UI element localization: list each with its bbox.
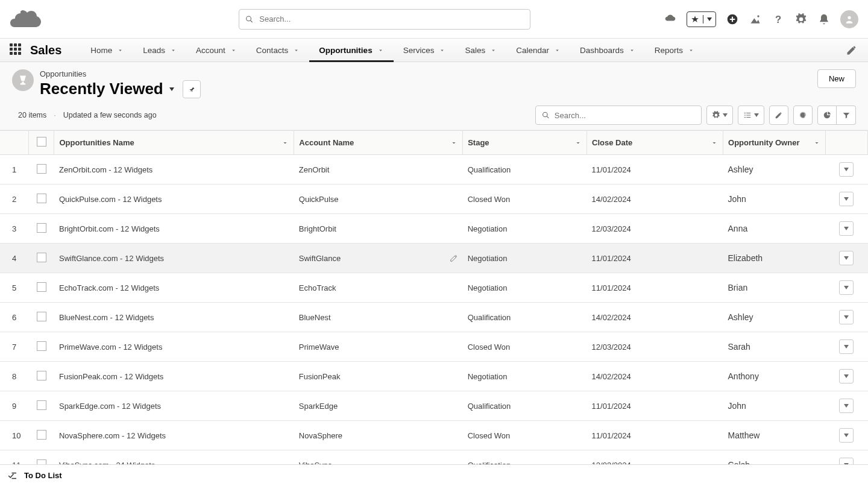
select-all-checkbox[interactable]	[37, 137, 46, 147]
cell-account-name[interactable]: SparkEdge	[294, 391, 463, 421]
pin-list-button[interactable]	[183, 80, 201, 98]
display-as-button[interactable]	[738, 106, 764, 125]
row-checkbox-cell[interactable]	[29, 303, 54, 332]
cell-row-actions[interactable]	[825, 303, 867, 332]
cell-account-name[interactable]: NovaSphere	[294, 421, 463, 450]
salesforce-logo[interactable]	[10, 7, 46, 31]
cell-account-name[interactable]: QuickPulse	[294, 185, 463, 214]
cell-owner[interactable]: Elizabeth	[723, 244, 826, 273]
list-view-switcher[interactable]: Recently Viewed	[40, 80, 174, 98]
cell-row-actions[interactable]	[825, 185, 867, 214]
nav-item-home[interactable]: Home	[81, 39, 133, 62]
row-actions-button[interactable]	[839, 399, 854, 413]
row-checkbox[interactable]	[37, 194, 46, 203]
edit-nav-icon[interactable]	[845, 43, 858, 57]
cell-row-actions[interactable]	[825, 155, 867, 185]
cell-opportunity-name[interactable]: EchoTrack.com - 12 Widgets	[54, 273, 294, 303]
row-checkbox[interactable]	[37, 253, 46, 262]
cell-account-name[interactable]: EchoTrack	[294, 273, 463, 303]
gear-icon[interactable]	[794, 13, 808, 26]
nav-item-calendar[interactable]: Calendar	[506, 39, 570, 62]
table-row[interactable]: 8FusionPeak.com - 12 WidgetsFusionPeakNe…	[0, 362, 868, 391]
chart-button[interactable]	[817, 106, 837, 125]
row-checkbox-cell[interactable]	[29, 362, 54, 391]
cell-row-actions[interactable]	[825, 421, 867, 450]
cell-account-name[interactable]: SwiftGlance	[294, 244, 463, 273]
cell-account-name[interactable]: BlueNest	[294, 303, 463, 332]
row-checkbox[interactable]	[37, 223, 46, 233]
row-actions-button[interactable]	[839, 221, 854, 236]
row-actions-button[interactable]	[839, 428, 854, 443]
star-icon[interactable]	[687, 15, 703, 24]
refresh-button[interactable]	[793, 106, 813, 125]
row-checkbox[interactable]	[37, 341, 46, 351]
table-row[interactable]: 7PrimeWave.com - 12 WidgetsPrimeWaveClos…	[0, 332, 868, 362]
user-avatar[interactable]	[840, 10, 858, 28]
column-select-all[interactable]	[29, 131, 54, 155]
cell-row-actions[interactable]	[825, 214, 867, 244]
nav-item-leads[interactable]: Leads	[133, 39, 186, 62]
nav-item-reports[interactable]: Reports	[645, 39, 704, 62]
table-row[interactable]: 5EchoTrack.com - 12 WidgetsEchoTrackNego…	[0, 273, 868, 303]
row-actions-button[interactable]	[839, 369, 854, 383]
nav-item-sales[interactable]: Sales	[455, 39, 506, 62]
help-icon[interactable]: ?	[772, 13, 785, 26]
cell-opportunity-name[interactable]: PrimeWave.com - 12 Widgets	[54, 332, 294, 362]
image-icon[interactable]	[749, 13, 762, 26]
row-checkbox-cell[interactable]	[29, 185, 54, 214]
cell-owner[interactable]: Brian	[723, 273, 826, 303]
row-checkbox-cell[interactable]	[29, 155, 54, 185]
row-checkbox[interactable]	[37, 371, 46, 380]
cell-owner[interactable]: Matthew	[723, 421, 826, 450]
nav-item-opportunities[interactable]: Opportunities	[309, 39, 394, 62]
cell-owner[interactable]: John	[723, 185, 826, 214]
column-header-account[interactable]: Account Name	[294, 131, 463, 155]
todo-label[interactable]: To Do List	[24, 471, 62, 480]
row-checkbox-cell[interactable]	[29, 214, 54, 244]
table-row[interactable]: 2QuickPulse.com - 12 WidgetsQuickPulseCl…	[0, 185, 868, 214]
cell-row-actions[interactable]	[825, 362, 867, 391]
filter-button[interactable]	[837, 106, 856, 125]
row-checkbox[interactable]	[37, 430, 46, 440]
cell-account-name[interactable]: FusionPeak	[294, 362, 463, 391]
app-launcher-icon[interactable]	[10, 43, 23, 57]
row-checkbox[interactable]	[37, 282, 46, 292]
cell-owner[interactable]: Sarah	[723, 332, 826, 362]
inline-edit-button[interactable]	[769, 106, 788, 125]
cell-opportunity-name[interactable]: SparkEdge.com - 12 Widgets	[54, 391, 294, 421]
row-checkbox[interactable]	[37, 400, 46, 410]
column-header-name[interactable]: Opportunities Name	[54, 131, 294, 155]
list-settings-button[interactable]	[706, 106, 733, 125]
table-row[interactable]: 10NovaSphere.com - 12 WidgetsNovaSphereC…	[0, 421, 868, 450]
column-header-stage[interactable]: Stage	[463, 131, 587, 155]
cell-row-actions[interactable]	[825, 391, 867, 421]
table-row[interactable]: 6BlueNest.com - 12 WidgetsBlueNestQualif…	[0, 303, 868, 332]
cell-account-name[interactable]: BrightOrbit	[294, 214, 463, 244]
cell-opportunity-name[interactable]: QuickPulse.com - 12 Widgets	[54, 185, 294, 214]
edit-pencil-icon[interactable]	[450, 254, 458, 262]
cell-opportunity-name[interactable]: BlueNest.com - 12 Widgets	[54, 303, 294, 332]
table-row[interactable]: 4SwiftGlance.com - 12 WidgetsSwiftGlance…	[0, 244, 868, 273]
trailhead-icon[interactable]	[664, 13, 677, 26]
global-search-input[interactable]	[259, 14, 524, 24]
cell-account-name[interactable]: ZenOrbit	[294, 155, 463, 185]
cell-opportunity-name[interactable]: FusionPeak.com - 12 Widgets	[54, 362, 294, 391]
row-checkbox-cell[interactable]	[29, 332, 54, 362]
row-actions-button[interactable]	[839, 280, 854, 295]
cell-row-actions[interactable]	[825, 244, 867, 273]
cell-owner[interactable]: John	[723, 391, 826, 421]
cell-row-actions[interactable]	[825, 332, 867, 362]
favorites-dropdown[interactable]	[687, 11, 716, 27]
table-row[interactable]: 3BrightOrbit.com - 12 WidgetsBrightOrbit…	[0, 214, 868, 244]
add-icon[interactable]	[726, 13, 739, 26]
table-row[interactable]: 9SparkEdge.com - 12 WidgetsSparkEdgeQual…	[0, 391, 868, 421]
row-actions-button[interactable]	[839, 162, 854, 177]
cell-row-actions[interactable]	[825, 273, 867, 303]
nav-item-dashboards[interactable]: Dashboards	[570, 39, 645, 62]
row-checkbox-cell[interactable]	[29, 244, 54, 273]
row-checkbox-cell[interactable]	[29, 421, 54, 450]
cell-opportunity-name[interactable]: BrightOrbit.com - 12 Widgets	[54, 214, 294, 244]
column-header-owner[interactable]: Opportunity Owner	[723, 131, 826, 155]
cell-owner[interactable]: Anna	[723, 214, 826, 244]
chevron-down-icon[interactable]	[703, 17, 715, 21]
